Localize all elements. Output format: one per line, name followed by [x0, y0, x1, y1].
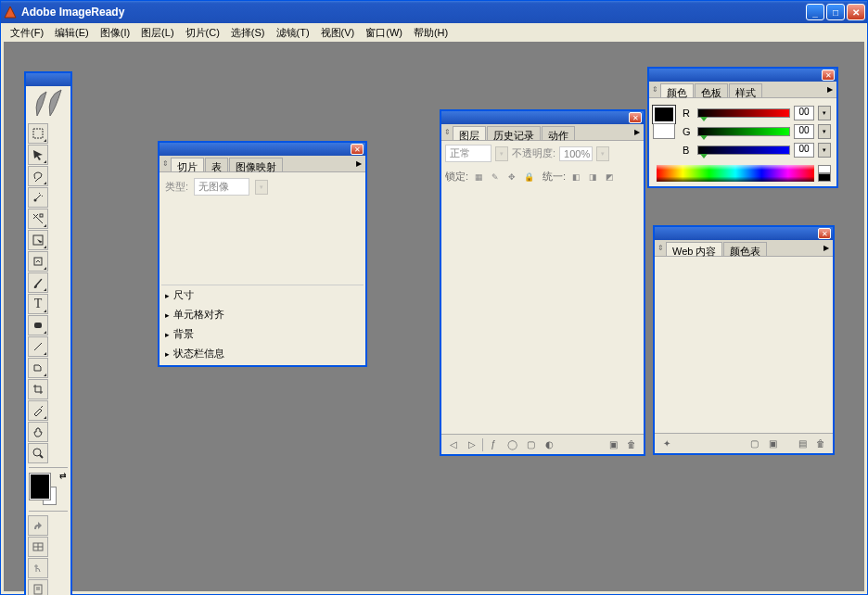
wand-tool[interactable]	[28, 187, 48, 208]
grip-icon[interactable]: ⇕	[441, 124, 453, 140]
g-input[interactable]: 00	[794, 124, 814, 139]
menu-layer[interactable]: 图层(L)	[135, 24, 179, 42]
grip-icon[interactable]: ⇕	[160, 156, 171, 171]
rollover-state-icon[interactable]: ✦	[658, 437, 675, 451]
menu-file[interactable]: 文件(F)	[5, 24, 49, 42]
tab-history[interactable]: 历史记录	[487, 126, 541, 140]
menu-slice[interactable]: 切片(C)	[180, 24, 225, 42]
section-background[interactable]: 背景	[161, 324, 364, 344]
panel-menu-icon[interactable]: ▶	[352, 156, 365, 171]
crop-tool[interactable]	[28, 379, 48, 399]
slice-tool[interactable]	[28, 209, 48, 229]
close-icon[interactable]: ✕	[818, 228, 831, 239]
lock-all-icon[interactable]: 🔒	[522, 171, 535, 184]
tab-table[interactable]: 表	[205, 158, 228, 171]
hand-tool[interactable]	[28, 422, 48, 442]
opacity-value[interactable]: 100%	[559, 146, 593, 161]
r-input[interactable]: 00	[794, 106, 814, 120]
adjustment-icon[interactable]: ◐	[541, 437, 557, 452]
style-icon[interactable]: ƒ	[485, 437, 502, 452]
spectrum-picker[interactable]	[657, 165, 814, 182]
foreground-color[interactable]	[30, 474, 50, 500]
toggle-slices-icon[interactable]	[28, 537, 48, 557]
new-layer-icon[interactable]: ▣	[605, 437, 621, 452]
tab-slice[interactable]: 切片	[171, 158, 204, 171]
new-folder-icon[interactable]: ▣	[764, 437, 781, 451]
b-input[interactable]: 00	[794, 143, 814, 158]
tab-color[interactable]: 颜色	[660, 83, 694, 97]
r-slider[interactable]	[697, 108, 790, 118]
menu-select[interactable]: 选择(S)	[225, 24, 271, 42]
color-preview[interactable]	[653, 106, 675, 139]
web-panel-titlebar[interactable]: ✕	[655, 227, 833, 240]
titlebar[interactable]: Adobe ImageReady _ □ ✕	[1, 1, 867, 23]
dropdown-icon[interactable]: ▾	[596, 146, 609, 161]
blend-mode-select[interactable]: 正常	[445, 145, 491, 162]
marquee-tool[interactable]	[28, 123, 48, 144]
tab-styles[interactable]: 样式	[729, 83, 762, 97]
preview-document-icon[interactable]	[28, 579, 48, 595]
folder-icon[interactable]: ▢	[522, 437, 539, 452]
type-tool[interactable]: T	[28, 294, 48, 314]
lock-brush-icon[interactable]: ✎	[489, 171, 502, 184]
brush-tool[interactable]	[28, 272, 48, 293]
section-dimensions[interactable]: 尺寸	[161, 285, 364, 305]
move-tool[interactable]	[28, 145, 48, 165]
toolbox-titlebar[interactable]	[26, 73, 70, 86]
unify-style-icon[interactable]: ◩	[603, 171, 616, 184]
tab-layers[interactable]: 图层	[453, 126, 486, 140]
close-icon[interactable]: ✕	[629, 112, 642, 123]
zoom-tool[interactable]	[28, 443, 48, 463]
dropdown-icon[interactable]: ▾	[818, 143, 831, 158]
tab-imagemap[interactable]: 图像映射	[229, 158, 283, 171]
swap-colors-icon[interactable]: ⇄	[59, 471, 67, 505]
panel-menu-icon[interactable]: ▶	[631, 124, 644, 140]
close-button[interactable]: ✕	[847, 4, 865, 20]
slice-options-icon[interactable]: ▢	[746, 437, 762, 451]
g-slider[interactable]	[697, 127, 790, 136]
dropdown-icon[interactable]: ▾	[255, 180, 268, 195]
b-slider[interactable]	[697, 146, 790, 155]
dropdown-icon[interactable]: ▾	[818, 124, 831, 139]
eyedropper-tool[interactable]	[28, 400, 48, 421]
color-panel-titlebar[interactable]: ✕	[649, 69, 836, 82]
unify-position-icon[interactable]: ◧	[569, 171, 582, 184]
dropdown-icon[interactable]: ▾	[495, 146, 508, 161]
line-tool[interactable]	[28, 336, 48, 357]
slice-panel-titlebar[interactable]: ✕	[160, 143, 365, 156]
panel-menu-icon[interactable]: ▶	[823, 82, 836, 97]
maximize-button[interactable]: □	[826, 4, 845, 20]
grip-icon[interactable]: ⇕	[655, 240, 666, 256]
tab-actions[interactable]: 动作	[542, 126, 575, 140]
dropdown-icon[interactable]: ▾	[818, 106, 831, 120]
section-cell-align[interactable]: 单元格对齐	[161, 305, 364, 324]
color-swatches[interactable]: ⇄	[26, 470, 70, 509]
menu-image[interactable]: 图像(I)	[95, 24, 135, 42]
layers-panel-titlebar[interactable]: ✕	[441, 111, 644, 124]
new-state-icon[interactable]: ▤	[794, 437, 811, 451]
shape-tool[interactable]	[28, 315, 48, 335]
menu-filter[interactable]: 滤镜(T)	[271, 24, 315, 42]
section-status[interactable]: 状态栏信息	[161, 344, 364, 363]
slice-select-tool[interactable]	[28, 230, 48, 250]
prev-icon[interactable]: ◁	[445, 437, 462, 452]
trash-icon[interactable]: 🗑	[812, 437, 829, 451]
menu-help[interactable]: 帮助(H)	[408, 24, 453, 42]
white-swatch[interactable]	[818, 165, 831, 173]
mask-icon[interactable]: ◯	[504, 437, 520, 452]
lasso-tool[interactable]	[28, 166, 48, 186]
black-swatch[interactable]	[818, 173, 831, 182]
close-icon[interactable]: ✕	[822, 70, 835, 81]
image-map-palette-icon[interactable]	[28, 515, 48, 536]
rollover-icon[interactable]	[28, 558, 48, 578]
lock-position-icon[interactable]: ✥	[505, 171, 518, 184]
menu-view[interactable]: 视图(V)	[315, 24, 361, 42]
menu-edit[interactable]: 编辑(E)	[49, 24, 95, 42]
lock-pixels-icon[interactable]: ▦	[472, 171, 485, 184]
tab-color-table[interactable]: 颜色表	[723, 242, 767, 256]
next-icon[interactable]: ▷	[464, 437, 480, 452]
image-map-tool[interactable]	[28, 251, 48, 272]
grip-icon[interactable]: ⇕	[649, 82, 660, 97]
tab-swatches[interactable]: 色板	[695, 83, 728, 97]
tab-web-content[interactable]: Web 内容	[666, 242, 722, 256]
